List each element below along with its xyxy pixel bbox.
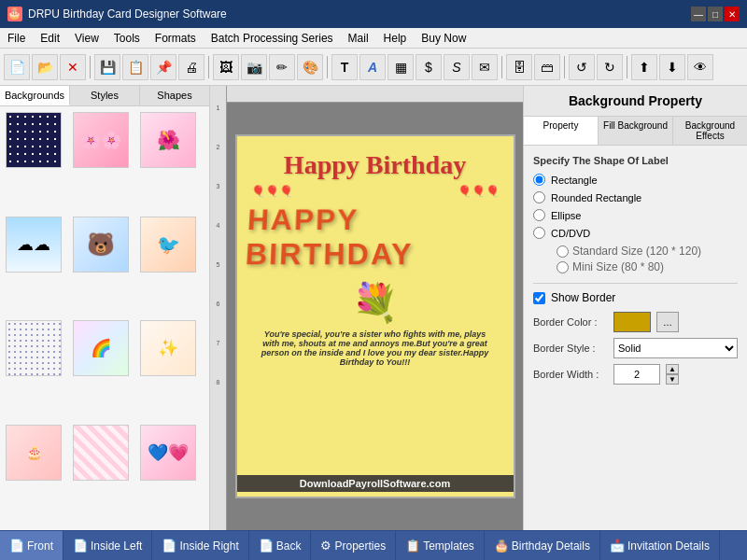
- bottom-tab-invitation-details[interactable]: 📩 Invitation Details: [600, 531, 720, 560]
- app-icon: 🎂: [7, 7, 22, 21]
- bottom-tab-templates[interactable]: 📋 Templates: [396, 531, 485, 560]
- menu-view[interactable]: View: [67, 30, 106, 47]
- sep3: [327, 56, 328, 78]
- inside-left-icon: 📄: [73, 539, 88, 553]
- menu-formats[interactable]: Formats: [148, 30, 204, 47]
- undo-button[interactable]: ↺: [569, 54, 595, 80]
- menu-batch[interactable]: Batch Processing Series: [204, 30, 341, 47]
- cd-mini: Mini Size (80 * 80): [557, 260, 738, 273]
- bg-item-6[interactable]: 🐦: [140, 217, 196, 273]
- label-cd-mini: Mini Size (80 * 80): [572, 260, 664, 273]
- bg-item-8[interactable]: 🌈: [73, 320, 129, 376]
- tab-fill-background[interactable]: Fill Background: [599, 117, 673, 145]
- inside-left-label: Inside Left: [91, 539, 142, 553]
- radio-row-ellipse: Ellipse: [533, 209, 738, 221]
- border-width-input[interactable]: [613, 364, 660, 385]
- bottom-tab-birthday-details[interactable]: 🎂 Birthday Details: [485, 531, 600, 560]
- show-border-checkbox[interactable]: [533, 292, 545, 304]
- new-button[interactable]: 📄: [4, 54, 30, 80]
- front-label: Front: [27, 539, 53, 553]
- menu-buynow[interactable]: Buy Now: [414, 30, 473, 47]
- color-button[interactable]: 🎨: [297, 54, 323, 80]
- radio-ellipse[interactable]: [533, 209, 545, 221]
- border-width-up[interactable]: ▲: [666, 364, 679, 374]
- signature-button[interactable]: S: [444, 54, 470, 80]
- tab-backgrounds[interactable]: Backgrounds: [0, 86, 70, 105]
- import-button[interactable]: ⬆: [631, 54, 657, 80]
- radio-cd-standard[interactable]: [557, 245, 569, 258]
- redo-button[interactable]: ↻: [597, 54, 623, 80]
- ruler-mark-7: 7: [210, 340, 226, 346]
- main-area: Backgrounds Styles Shapes 🌸🌸 🌺 ☁☁ 🐻 🐦 🌈 …: [0, 86, 747, 530]
- symbol-button[interactable]: $: [416, 54, 442, 80]
- border-width-down[interactable]: ▼: [666, 374, 679, 385]
- bottom-tab-inside-right[interactable]: 📄 Inside Right: [152, 531, 248, 560]
- bottom-tab-properties[interactable]: ⚙ Properties: [311, 531, 396, 560]
- border-style-select[interactable]: Solid Dashed Dotted Double: [613, 338, 738, 358]
- open-button[interactable]: 📂: [32, 54, 58, 80]
- radio-rectangle[interactable]: [533, 174, 545, 186]
- preview-button[interactable]: 👁: [687, 54, 713, 80]
- card-canvas[interactable]: Happy Birthday 🎈🎈🎈 🎈🎈🎈 HAPPY BIRTHDAY 💐 …: [235, 134, 515, 498]
- radio-cddvd[interactable]: [533, 227, 545, 239]
- db2-button[interactable]: 🗃: [534, 54, 560, 80]
- bg-item-4[interactable]: ☁☁: [6, 217, 62, 273]
- radio-cd-mini[interactable]: [557, 261, 569, 273]
- menu-edit[interactable]: Edit: [33, 30, 67, 47]
- back-icon: 📄: [259, 539, 274, 553]
- sep1: [90, 56, 91, 78]
- bottom-tab-inside-left[interactable]: 📄 Inside Left: [63, 531, 152, 560]
- image-button[interactable]: 🖼: [213, 54, 239, 80]
- sep4: [501, 56, 502, 78]
- db1-button[interactable]: 🗄: [506, 54, 532, 80]
- bottom-tab-front[interactable]: 📄 Front: [0, 531, 63, 560]
- menu-help[interactable]: Help: [376, 30, 415, 47]
- minimize-button[interactable]: —: [691, 7, 706, 21]
- radio-row-rectangle: Rectangle: [533, 174, 738, 186]
- camera-button[interactable]: 📷: [241, 54, 267, 80]
- export-button[interactable]: ⬇: [659, 54, 685, 80]
- bg-item-9[interactable]: ✨: [140, 320, 196, 376]
- tab-bg-effects[interactable]: Background Effects: [673, 117, 747, 145]
- paste-button[interactable]: 📌: [150, 54, 176, 80]
- canvas-inner: Happy Birthday 🎈🎈🎈 🎈🎈🎈 HAPPY BIRTHDAY 💐 …: [227, 103, 523, 530]
- bg-item-11[interactable]: [73, 425, 129, 481]
- bg-item-10[interactable]: 🎂: [6, 425, 62, 481]
- save-button[interactable]: 💾: [94, 54, 120, 80]
- close-file-button[interactable]: ✕: [60, 54, 86, 80]
- tab-styles[interactable]: Styles: [70, 86, 140, 105]
- border-color-pick-button[interactable]: …: [656, 312, 679, 332]
- bg-item-5[interactable]: 🐻: [73, 217, 129, 273]
- maximize-button[interactable]: □: [708, 7, 723, 21]
- print-button[interactable]: 🖨: [178, 54, 204, 80]
- bg-item-2[interactable]: 🌸🌸: [73, 112, 129, 168]
- copy-button[interactable]: 📋: [122, 54, 148, 80]
- menu-file[interactable]: File: [0, 30, 33, 47]
- divider: [533, 283, 738, 284]
- radio-rounded-rectangle[interactable]: [533, 191, 545, 203]
- border-color-swatch[interactable]: [613, 312, 651, 332]
- barcode-button[interactable]: ▦: [388, 54, 414, 80]
- label-ellipse: Ellipse: [551, 210, 581, 221]
- menu-mail[interactable]: Mail: [341, 30, 376, 47]
- canvas-area: 1 2 3 4 5 6 7 8 Happy Birthday 🎈🎈🎈 🎈🎈🎈 H…: [210, 86, 523, 530]
- text-button[interactable]: T: [331, 54, 358, 80]
- right-panel: Background Property Property Fill Backgr…: [523, 86, 747, 530]
- pen-button[interactable]: ✏: [269, 54, 295, 80]
- close-button[interactable]: ✕: [725, 7, 740, 21]
- bg-item-3[interactable]: 🌺: [140, 112, 196, 168]
- card-flowers: 💐: [352, 281, 399, 325]
- bottom-tab-back[interactable]: 📄 Back: [249, 531, 312, 560]
- card-title: Happy Birthday: [284, 150, 466, 180]
- bg-item-1[interactable]: [6, 112, 62, 168]
- templates-icon: 📋: [405, 539, 420, 553]
- tab-property[interactable]: Property: [524, 117, 599, 145]
- bg-item-7[interactable]: [6, 320, 62, 376]
- cd-options: Standard Size (120 * 120) Mini Size (80 …: [557, 245, 738, 273]
- bg-item-12[interactable]: 💙💗: [140, 425, 196, 481]
- wordart-button[interactable]: A: [359, 54, 386, 80]
- window-controls[interactable]: — □ ✕: [691, 7, 740, 21]
- menu-tools[interactable]: Tools: [106, 30, 148, 47]
- email-button[interactable]: ✉: [472, 54, 498, 80]
- tab-shapes[interactable]: Shapes: [140, 86, 209, 105]
